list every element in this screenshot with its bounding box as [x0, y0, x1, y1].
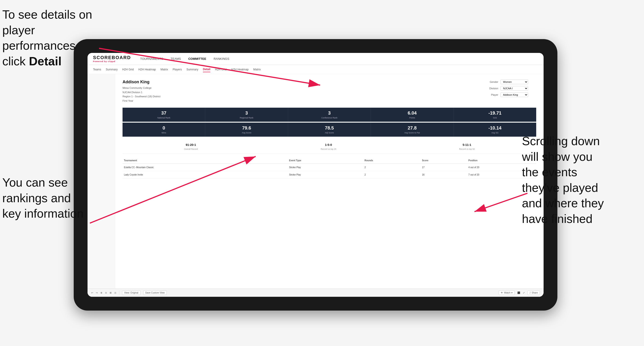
toolbar-icon-expand[interactable]: ⤢	[523, 292, 525, 294]
nav-tournaments[interactable]: TOURNAMENTS	[140, 56, 163, 61]
player-select[interactable]: Addison King	[500, 92, 528, 97]
player-info: Addison King Mesa Community College NJCA…	[122, 80, 160, 103]
eye-icon: 👁	[501, 292, 503, 294]
gender-select[interactable]: Women	[500, 80, 528, 84]
annotation-bottom-left: You can see rankings and key information	[2, 175, 104, 221]
stat-wins: 0 Wins	[122, 123, 205, 137]
undo-icon[interactable]: ↩	[91, 292, 93, 294]
sub-nav-h2h-heatmap[interactable]: H2H Heatmap	[138, 67, 156, 72]
annotation-top-left: To see details on player performances cl…	[2, 7, 99, 69]
stats-row-2: 0 Wins 79.6 Avg Score 78.5 Adj Score 27.…	[122, 123, 536, 137]
stat-avg-score: 79.6 Avg Score	[205, 123, 288, 137]
record-top50: 5-11-1 Record vs top 50	[459, 143, 475, 151]
sub-nav-h2h-grid[interactable]: H2H Grid	[122, 67, 134, 72]
toolbar-icon-1[interactable]: ⊕	[100, 292, 102, 294]
bottom-toolbar: ↩ ↪ ⊕ ⊙ ⊞ ◷ View: Original Save Custom V…	[88, 289, 544, 297]
save-custom-button[interactable]: Save Custom View	[143, 291, 167, 295]
score-2: 16	[420, 171, 467, 178]
annotation-right: Scrolling down will show you the events …	[522, 133, 642, 227]
event-type-1: Stroke Play	[288, 164, 363, 171]
sub-nav-detail[interactable]: Detail	[203, 67, 210, 72]
sub-nav: Teams Summary H2H Grid H2H Heatmap Matri…	[88, 65, 544, 74]
player-label: Player	[486, 93, 498, 96]
col-tournament: Tournament	[122, 157, 288, 164]
player-year: First Year	[122, 99, 160, 103]
nav-teams[interactable]: TEAMS	[171, 56, 181, 61]
player-region: Region 1 - Southwest (18) District	[122, 94, 160, 99]
sub-nav-players[interactable]: Players	[172, 67, 182, 72]
nav-committee[interactable]: COMMITTEE	[188, 56, 206, 61]
player-college: Mesa Community College	[122, 86, 160, 90]
record-overall: 91-20-1 Overall Record	[184, 143, 198, 151]
stat-regional-rank: 3 Regional Rank	[205, 108, 288, 122]
tournament-name-1: Estella CC- Mountain Classic	[122, 164, 288, 171]
sub-nav-h2h-heatmap2[interactable]: H2H Heatmap	[231, 67, 248, 72]
stat-national-rank: 37 National Rank	[122, 108, 205, 122]
main-content: Addison King Mesa Community College NJCA…	[88, 74, 544, 297]
main-nav: TOURNAMENTS TEAMS COMMITTEE RANKINGS	[140, 56, 229, 61]
toolbar-icon-4[interactable]: ◷	[114, 292, 116, 294]
stat-sos: -19.71 SoS	[454, 108, 536, 122]
sub-nav-summary2[interactable]: Summary	[186, 67, 198, 72]
division-select[interactable]: NJCAA I	[500, 86, 528, 91]
table-header: Tournament Event Type Rounds Score Posit…	[122, 157, 536, 164]
watch-button[interactable]: 👁 Watch ▾	[499, 291, 514, 295]
rounds-1: 2	[363, 164, 420, 171]
stat-adj-score: 78.5 Adj Score	[288, 123, 371, 137]
toolbar-icon-2[interactable]: ⊙	[105, 292, 107, 294]
stat-conference-rank: 3 Conference Rank	[288, 108, 371, 122]
stats-row-1: 37 National Rank 3 Regional Rank 3 Confe…	[122, 108, 536, 122]
score-1: 17	[420, 164, 467, 171]
records-row: 91-20-1 Overall Record 1-5-0 Record vs t…	[122, 140, 536, 154]
filter-division: Division NJCAA I	[486, 86, 536, 91]
gender-label: Gender	[486, 81, 498, 83]
share-icon: ⤴	[530, 292, 531, 294]
tournament-table: Tournament Event Type Rounds Score Posit…	[122, 157, 536, 178]
nav-rankings[interactable]: RANKINGS	[214, 56, 229, 61]
table-body: Estella CC- Mountain Classic Stroke Play…	[122, 164, 536, 178]
player-division: NJCAA Division 1	[122, 90, 160, 95]
stat-avg-score-par: 27.8 Avg Score to Par	[371, 123, 454, 137]
view-original-button[interactable]: View: Original	[122, 291, 140, 295]
filter-gender: Gender Women	[486, 80, 536, 84]
player-filters: Gender Women Division NJCAA I	[486, 80, 536, 103]
table-row: Estella CC- Mountain Classic Stroke Play…	[122, 164, 536, 171]
top-nav: SCOREBOARD Powered by clippd TOURNAMENTS…	[88, 53, 544, 65]
stat-points: 6.04 Points	[371, 108, 454, 122]
player-name: Addison King	[122, 80, 160, 84]
detail-area: Addison King Mesa Community College NJCA…	[115, 74, 544, 297]
sub-nav-h2h-grid2[interactable]: H2H Grid	[215, 67, 226, 72]
sub-nav-summary[interactable]: Summary	[106, 67, 118, 72]
filter-player: Player Addison King	[486, 92, 536, 97]
sub-nav-matrix[interactable]: Matrix	[160, 67, 168, 72]
chevron-down-icon: ▾	[511, 292, 512, 294]
table-row: Lady Coyote Invite Stroke Play 2 16 7 ou…	[122, 171, 536, 178]
share-button[interactable]: ⤴ Share	[528, 291, 540, 295]
sub-nav-matrix2[interactable]: Matrix	[253, 67, 261, 72]
record-top25: 1-5-0 Record vs top 25	[320, 143, 336, 151]
toolbar-icon-3[interactable]: ⊞	[110, 292, 112, 294]
player-header: Addison King Mesa Community College NJCA…	[122, 80, 536, 103]
tablet-screen: SCOREBOARD Powered by clippd TOURNAMENTS…	[88, 53, 544, 297]
event-type-2: Stroke Play	[288, 171, 363, 178]
tablet-frame: SCOREBOARD Powered by clippd TOURNAMENTS…	[74, 39, 558, 311]
col-event-type: Event Type	[288, 157, 363, 164]
toolbar-sep-1	[119, 291, 119, 295]
redo-icon[interactable]: ↪	[96, 292, 98, 294]
toolbar-icon-screen[interactable]: ⬛	[517, 292, 520, 294]
col-rounds: Rounds	[363, 157, 420, 164]
rounds-2: 2	[363, 171, 420, 178]
tournament-name-2: Lady Coyote Invite	[122, 171, 288, 178]
col-score: Score	[420, 157, 467, 164]
division-label: Division	[486, 87, 498, 90]
